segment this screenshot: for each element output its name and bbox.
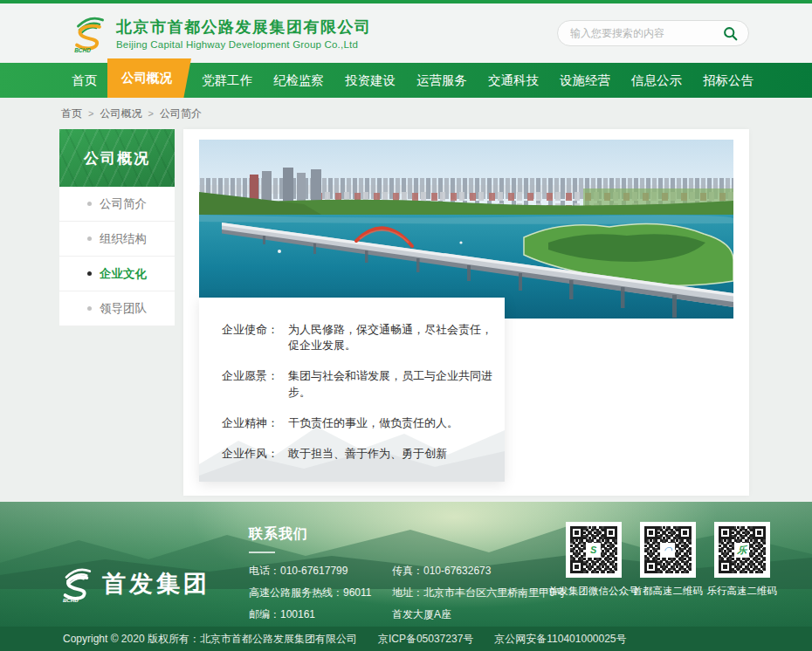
contact-postcode: 邮编：100161 (249, 607, 380, 622)
company-name-cn: 北京市首都公路发展集团有限公司 (116, 17, 372, 38)
value-text: 集团与社会和谐发展，员工与企业共同进步。 (288, 368, 492, 400)
nav-item-company-overview[interactable]: 公司概况 (107, 58, 191, 98)
svg-text:BCHD: BCHD (63, 597, 79, 603)
value-text: 干负责任的事业，做负责任的人。 (288, 415, 458, 431)
sidebar-item-company-profile[interactable]: 公司简介 (59, 187, 175, 222)
nav-item-facility-management[interactable]: 设施经营 (549, 63, 621, 98)
corporate-values-card: 企业使命： 为人民修路，保交通畅通，尽社会责任，促企业发展。 企业愿景： 集团与… (199, 298, 505, 482)
contact-phone: 电话：010-67617799 (249, 564, 380, 579)
sidebar-item-organization-structure[interactable]: 组织结构 (59, 222, 175, 257)
breadcrumb-current-page[interactable]: 公司简介 (160, 106, 202, 121)
sidebar-title: 公司概况 (59, 129, 175, 187)
contact-title-underline (249, 552, 275, 553)
site-footer: BCHD 首发集团 联系我们 电话：010-67617799 高速公路服务热线：… (0, 502, 812, 627)
search-box (557, 20, 749, 46)
qr-card-lexing-highway: 乐 乐行高速二维码 (714, 522, 770, 627)
value-row-spirit: 企业精神： 干负责任的事业，做负责任的人。 (222, 415, 492, 431)
capital-highway-qr-code-image: ◠ (640, 522, 696, 578)
search-icon (723, 26, 738, 41)
qr-center-logo: S (586, 543, 601, 558)
value-row-style: 企业作风： 敢于担当、善于作为、勇于创新 (222, 446, 492, 462)
copyright-bar: Copyright © 2020 版权所有：北京市首都公路发展集团有限公司 京I… (0, 627, 812, 651)
aerial-river-bridge-photo (199, 140, 733, 319)
sidebar: 公司概况 公司简介 组织结构 企业文化 领导团队 (59, 129, 175, 326)
sidebar-item-label: 企业文化 (100, 266, 147, 282)
nav-item-transport-technology[interactable]: 交通科技 (478, 63, 549, 98)
qr-center-logo: 乐 (734, 543, 749, 558)
bchd-s-icon-white: BCHD (57, 564, 95, 604)
qr-label: 首都高速二维码 (632, 585, 703, 598)
content-area: 公司概况 公司简介 组织结构 企业文化 领导团队 (0, 129, 812, 502)
value-row-vision: 企业愿景： 集团与社会和谐发展，员工与企业共同进步。 (222, 368, 492, 400)
breadcrumb: 首页 > 公司概况 > 公司简介 (0, 98, 812, 129)
footer-contact-section: 联系我们 电话：010-67617799 高速公路服务热线：96011 邮编：1… (249, 525, 566, 627)
value-text: 为人民修路，保交通畅通，尽社会责任，促企业发展。 (288, 322, 492, 353)
main-nav: 首页 公司概况 党群工作 纪检监察 投资建设 运营服务 交通科技 设施经营 信息… (0, 63, 812, 98)
footer-logo: BCHD 首发集团 (57, 540, 212, 627)
nav-item-information-disclosure[interactable]: 信息公示 (621, 63, 692, 98)
nav-item-discipline-inspection[interactable]: 纪检监察 (263, 63, 334, 98)
qr-label: 首发集团微信公众号 (548, 585, 639, 598)
qr-label: 乐行高速二维码 (706, 585, 777, 598)
footer-qr-section: S 首发集团微信公众号 ◠ 首都高速二维码 乐 乐行高速二维码 (566, 522, 770, 627)
sidebar-item-label: 公司简介 (100, 196, 147, 212)
breadcrumb-separator: > (88, 108, 93, 119)
nav-item-investment-construction[interactable]: 投资建设 (334, 63, 406, 98)
search-input[interactable] (570, 27, 720, 39)
main-content-panel: 企业使命： 为人民修路，保交通畅通，尽社会责任，促企业发展。 企业愿景： 集团与… (183, 129, 749, 496)
qr-center-logo: ◠ (660, 543, 675, 558)
police-license-link[interactable]: 京公网安备110401000025号 (494, 632, 626, 647)
site-header: BCHD 北京市首都公路发展集团有限公司 Beijing Capital Hig… (0, 3, 812, 63)
contact-address: 地址：北京市丰台区六里桥南里甲9号 (392, 586, 566, 600)
value-label: 企业使命： (222, 322, 288, 353)
wechat-qr-code-image: S (566, 522, 622, 578)
nav-item-party-work[interactable]: 党群工作 (191, 63, 263, 98)
contact-title: 联系我们 (249, 525, 566, 544)
company-logo[interactable]: BCHD 北京市首都公路发展集团有限公司 Beijing Capital Hig… (68, 12, 372, 54)
icp-license-link[interactable]: 京ICP备05037237号 (378, 632, 473, 647)
sidebar-item-corporate-culture[interactable]: 企业文化 (59, 257, 175, 291)
sidebar-menu: 公司简介 组织结构 企业文化 领导团队 (59, 187, 175, 326)
contact-hotline: 高速公路服务热线：96011 (249, 586, 380, 600)
value-row-mission: 企业使命： 为人民修路，保交通畅通，尽社会责任，促企业发展。 (222, 322, 492, 353)
value-label: 企业精神： (222, 415, 288, 431)
breadcrumb-link-home[interactable]: 首页 (61, 106, 82, 121)
breadcrumb-separator: > (148, 108, 153, 119)
nav-item-operation-service[interactable]: 运营服务 (406, 63, 478, 98)
search-button[interactable] (720, 24, 740, 43)
sidebar-item-leadership-team[interactable]: 领导团队 (59, 291, 175, 326)
qr-card-capital-highway: ◠ 首都高速二维码 (640, 522, 696, 627)
lexing-highway-qr-code-image: 乐 (714, 522, 770, 578)
bullet-icon (87, 306, 92, 311)
copyright-text: Copyright © 2020 版权所有：北京市首都公路发展集团有限公司 (63, 632, 357, 647)
svg-text:BCHD: BCHD (74, 47, 91, 53)
sidebar-item-label: 组织结构 (100, 231, 147, 247)
bullet-icon (87, 236, 92, 241)
value-label: 企业愿景： (222, 368, 288, 400)
bullet-icon (87, 271, 92, 276)
mountain-watermark (199, 399, 505, 482)
value-label: 企业作风： (222, 446, 288, 462)
bullet-icon (87, 202, 92, 206)
breadcrumb-link-company-overview[interactable]: 公司概况 (100, 106, 141, 121)
contact-address-2: 首发大厦A座 (392, 607, 566, 622)
bchd-s-icon: BCHD (68, 12, 108, 54)
value-text: 敢于担当、善于作为、勇于创新 (288, 446, 447, 462)
contact-fax: 传真：010-67632673 (392, 564, 566, 579)
nav-item-home[interactable]: 首页 (61, 63, 107, 98)
qr-card-wechat: S 首发集团微信公众号 (566, 522, 622, 627)
sidebar-item-label: 领导团队 (100, 301, 147, 317)
company-name-block: 北京市首都公路发展集团有限公司 Beijing Capital Highway … (116, 17, 372, 50)
company-name-en: Beijing Capital Highway Development Grou… (116, 39, 372, 50)
nav-item-bidding-announcement[interactable]: 招标公告 (692, 63, 764, 98)
footer-logo-text: 首发集团 (102, 568, 210, 600)
